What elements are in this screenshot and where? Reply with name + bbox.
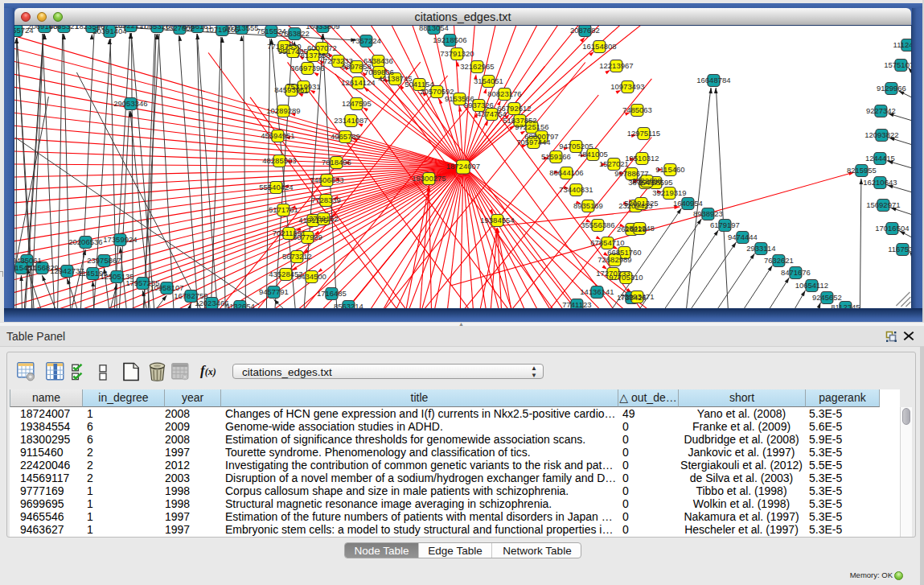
svg-text:6179197: 6179197 xyxy=(710,220,740,229)
svg-text:97225156: 97225156 xyxy=(515,122,548,131)
svg-text:1167534: 1167534 xyxy=(888,245,912,253)
svg-text:5673212: 5673212 xyxy=(282,252,312,261)
svg-text:12023466: 12023466 xyxy=(195,299,228,307)
svg-text:8215955: 8215955 xyxy=(847,166,877,175)
svg-text:17016504: 17016504 xyxy=(875,224,909,233)
svg-text:23975867: 23975867 xyxy=(87,256,121,265)
svg-text:80823176: 80823176 xyxy=(487,89,521,98)
svg-text:8935169: 8935169 xyxy=(573,201,603,210)
svg-text:10289289: 10289289 xyxy=(266,106,300,115)
svg-text:73993471: 73993471 xyxy=(620,292,654,301)
svg-text:8813054: 8813054 xyxy=(419,26,449,32)
svg-text:7485063: 7485063 xyxy=(622,105,652,114)
svg-text:9115460: 9115460 xyxy=(655,165,684,174)
svg-text:1244415: 1244415 xyxy=(865,154,895,163)
svg-text:8077999: 8077999 xyxy=(293,233,322,241)
svg-text:35556386: 35556386 xyxy=(581,220,614,229)
svg-text:19510312: 19510312 xyxy=(625,154,659,163)
svg-text:72682989: 72682989 xyxy=(598,255,631,264)
svg-text:15692971: 15692971 xyxy=(866,200,900,209)
svg-text:2087682: 2087682 xyxy=(570,26,600,35)
svg-text:16713555: 16713555 xyxy=(224,26,258,32)
svg-text:1716485: 1716485 xyxy=(317,289,347,298)
svg-text:20206536: 20206536 xyxy=(68,237,102,246)
svg-text:9129966: 9129966 xyxy=(877,84,906,93)
svg-text:8938923: 8938923 xyxy=(693,209,723,218)
svg-text:19384554: 19384554 xyxy=(480,216,514,225)
svg-text:19218506: 19218506 xyxy=(433,35,466,44)
svg-text:8563214: 8563214 xyxy=(334,302,363,308)
svg-text:7818496: 7818496 xyxy=(322,158,351,167)
svg-text:12975115: 12975115 xyxy=(626,129,660,138)
svg-text:16033809: 16033809 xyxy=(306,26,339,31)
svg-text:1247595: 1247595 xyxy=(342,99,372,108)
svg-text:74606833: 74606833 xyxy=(310,175,343,184)
svg-text:8112345: 8112345 xyxy=(831,303,860,308)
svg-text:9937326: 9937326 xyxy=(464,101,494,109)
svg-text:8434500: 8434500 xyxy=(297,272,326,281)
svg-text:7741123: 7741123 xyxy=(562,300,591,308)
svg-text:4841005: 4841005 xyxy=(578,150,608,159)
svg-text:7728339: 7728339 xyxy=(311,196,341,204)
svg-text:1640954: 1640954 xyxy=(673,199,703,208)
svg-text:12213967: 12213967 xyxy=(599,61,633,70)
svg-text:1841248: 1841248 xyxy=(625,224,655,233)
svg-text:70597444: 70597444 xyxy=(516,138,550,146)
svg-text:7632621: 7632621 xyxy=(764,256,794,265)
svg-text:3154051: 3154051 xyxy=(474,76,503,85)
svg-text:1112456: 1112456 xyxy=(893,40,911,49)
svg-text:75319931: 75319931 xyxy=(286,82,320,91)
svg-text:73791320: 73791320 xyxy=(440,49,474,58)
svg-text:16648784: 16648784 xyxy=(696,76,730,84)
svg-text:19300275: 19300275 xyxy=(412,174,446,183)
svg-text:97705310: 97705310 xyxy=(609,273,643,282)
svg-text:9132654: 9132654 xyxy=(225,302,255,308)
svg-text:4965789: 4965789 xyxy=(331,132,360,141)
svg-text:7357224: 7357224 xyxy=(351,36,381,45)
svg-text:9245652: 9245652 xyxy=(812,293,842,302)
svg-text:39219319: 39219319 xyxy=(652,188,686,197)
svg-text:2933114: 2933114 xyxy=(746,244,775,253)
svg-text:17359924: 17359924 xyxy=(103,235,137,244)
svg-text:52091325: 52091325 xyxy=(624,199,658,208)
svg-text:14136141: 14136141 xyxy=(580,287,614,296)
svg-text:9474444: 9474444 xyxy=(728,233,758,241)
svg-text:86644106: 86644106 xyxy=(549,168,583,177)
svg-text:73440831: 73440831 xyxy=(559,185,593,194)
svg-text:16154808: 16154808 xyxy=(582,42,616,51)
svg-text:12614124: 12614124 xyxy=(341,78,375,87)
svg-text:12093822: 12093822 xyxy=(864,130,898,139)
svg-text:5171761: 5171761 xyxy=(269,205,298,214)
svg-text:6438436: 6438436 xyxy=(363,56,393,65)
svg-text:23141087: 23141087 xyxy=(334,116,368,125)
svg-text:16210643: 16210643 xyxy=(863,178,897,187)
svg-text:8471676: 8471676 xyxy=(781,268,811,277)
svg-text:67854710: 67854710 xyxy=(590,238,624,247)
svg-text:10654112: 10654112 xyxy=(795,281,827,290)
svg-text:55540424: 55540424 xyxy=(259,183,293,192)
svg-text:9227342: 9227342 xyxy=(866,106,896,115)
svg-text:18724007: 18724007 xyxy=(446,162,479,171)
svg-text:15751074: 15751074 xyxy=(884,60,912,69)
svg-text:48285503: 48285503 xyxy=(262,156,296,165)
svg-text:29053346: 29053346 xyxy=(113,99,147,108)
svg-text:10973493: 10973493 xyxy=(610,82,644,91)
svg-text:3762152: 3762152 xyxy=(309,214,339,223)
svg-text:36697396: 36697396 xyxy=(290,64,324,72)
svg-text:45594951: 45594951 xyxy=(261,131,294,140)
svg-text:9457791: 9457791 xyxy=(259,287,289,296)
svg-text:2022698: 2022698 xyxy=(632,176,662,185)
svg-text:32162965: 32162965 xyxy=(460,62,494,71)
svg-text:5159166: 5159166 xyxy=(541,152,571,161)
